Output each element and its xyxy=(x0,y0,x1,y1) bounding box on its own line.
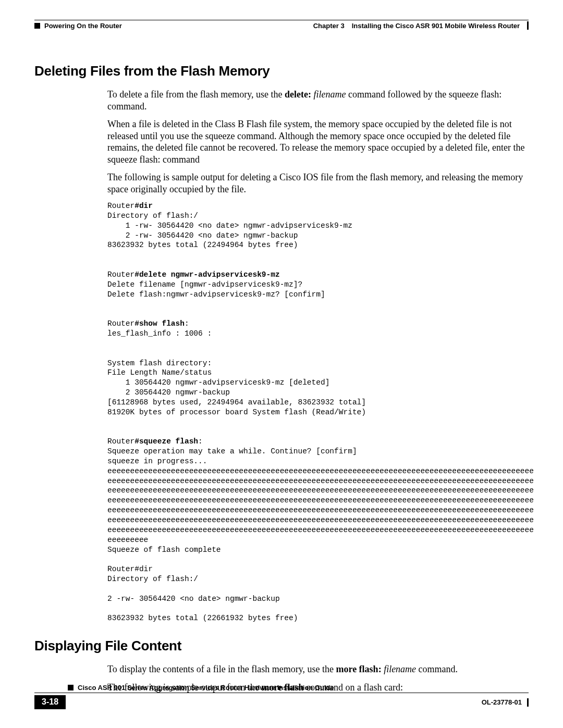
page-header: Powering On the Router Chapter 3 Install… xyxy=(34,21,529,30)
text-bold: delete: xyxy=(285,89,311,100)
footer-rule xyxy=(34,693,529,693)
para-delete-sample: The following is sample output for delet… xyxy=(107,171,529,195)
code-line: eeeeeeeeeeeeeeeeeeeeeeeeeeeeeeeeeeeeeeee… xyxy=(107,467,534,475)
code-line: eeeeeeeeeeeeeeeeeeeeeeeeeeeeeeeeeeeeeeee… xyxy=(107,506,534,514)
code-line: : xyxy=(198,437,203,446)
code-line: Directory of flash:/ xyxy=(107,575,198,583)
page-footer: Cisco ASR 901 Series Aggregation Service… xyxy=(34,684,529,709)
code-line: 2 -rw- 30564420 <no date> ngmwr-backup xyxy=(107,595,280,603)
code-line: eeeeeeeeeeeeeeeeeeeeeeeeeeeeeeeeeeeeeeee… xyxy=(107,516,534,524)
text-fragment: To delete a file from the flash memory, … xyxy=(107,89,285,100)
para-display-intro: To display the contents of a file in the… xyxy=(107,663,529,675)
header-section: Powering On the Router xyxy=(44,22,122,30)
code-line: squeeze in progress... xyxy=(107,457,207,465)
code-prompt: Router xyxy=(107,437,134,446)
code-line: Router#dir xyxy=(107,565,153,573)
code-line: eeeeeeeeeeeeeeeeeeeeeeeeeeeeeeeeeeeeeeee… xyxy=(107,496,534,504)
code-command: #show flash xyxy=(134,319,185,328)
code-line: Squeeze operation may take a while. Cont… xyxy=(107,447,357,455)
code-block-dir: Router#dir Directory of flash:/ 1 -rw- 3… xyxy=(107,201,529,623)
code-line: les_flash_info : 1006 : xyxy=(107,329,212,338)
header-bar-icon xyxy=(527,21,529,30)
code-line: 2 30564420 ngmwr-backup xyxy=(107,388,230,397)
code-command: #dir xyxy=(134,202,153,210)
code-line: eeeeeeeeeeeeeeeeeeeeeeeeeeeeeeeeeeeeeeee… xyxy=(107,477,534,485)
code-line: [61128968 bytes used, 22494964 available… xyxy=(107,398,366,406)
text-italic: filename xyxy=(311,89,346,100)
code-line: File Length Name/status xyxy=(107,368,212,377)
text-fragment: command. xyxy=(416,664,458,674)
page-number-badge: 3-18 xyxy=(34,695,66,709)
code-line: 83623932 bytes total (22661932 bytes fre… xyxy=(107,614,298,622)
footer-bar-icon xyxy=(527,698,529,707)
code-command: #squeeze flash xyxy=(134,437,198,446)
code-line: : xyxy=(185,319,189,328)
code-line: Delete flash:ngmwr-advipservicesk9-mz? [… xyxy=(107,290,325,299)
para-delete-explain: When a file is deleted in the Class B Fl… xyxy=(107,118,529,165)
code-line: 2 -rw- 30564420 <no date> ngmwr-backup xyxy=(107,231,298,240)
header-chapter-title: Installing the Cisco ASR 901 Mobile Wire… xyxy=(352,22,520,30)
footer-doc-id: OL-23778-01 xyxy=(482,698,522,706)
code-line: eeeeeeeee xyxy=(107,536,148,544)
footer-guide-title: Cisco ASR 901 Series Aggregation Service… xyxy=(78,684,334,692)
header-square-icon xyxy=(34,23,40,29)
code-command: #delete ngmwr-advipservicesk9-mz xyxy=(134,270,279,279)
code-line: 1 -rw- 30564420 <no date> ngmwr-advipser… xyxy=(107,221,352,230)
code-line: Delete filename [ngmwr-advipservicesk9-m… xyxy=(107,280,302,289)
header-rule xyxy=(34,20,529,20)
header-chapter-label: Chapter 3 xyxy=(313,22,345,30)
code-prompt: Router xyxy=(107,319,134,328)
code-line: eeeeeeeeeeeeeeeeeeeeeeeeeeeeeeeeeeeeeeee… xyxy=(107,486,534,495)
text-italic: filename xyxy=(382,664,416,674)
code-line: eeeeeeeeeeeeeeeeeeeeeeeeeeeeeeeeeeeeeeee… xyxy=(107,526,534,534)
heading-displaying-file: Displaying File Content xyxy=(34,638,529,654)
code-prompt: Router xyxy=(107,202,134,210)
footer-square-icon xyxy=(68,685,74,690)
code-line: 81920K bytes of processor board System f… xyxy=(107,408,366,416)
code-prompt: Router xyxy=(107,270,134,279)
code-line: Directory of flash:/ xyxy=(107,212,198,220)
code-line: 1 30564420 ngmwr-advipservicesk9-mz [del… xyxy=(107,378,329,387)
text-bold: more flash: xyxy=(336,664,381,674)
code-line: Squeeze of flash complete xyxy=(107,546,221,554)
para-delete-intro: To delete a file from the flash memory, … xyxy=(107,89,529,112)
code-line: 83623932 bytes total (22494964 bytes fre… xyxy=(107,241,298,249)
heading-deleting-files: Deleting Files from the Flash Memory xyxy=(34,63,529,79)
code-line: System flash directory: xyxy=(107,359,212,367)
text-fragment: To display the contents of a file in the… xyxy=(107,664,336,674)
